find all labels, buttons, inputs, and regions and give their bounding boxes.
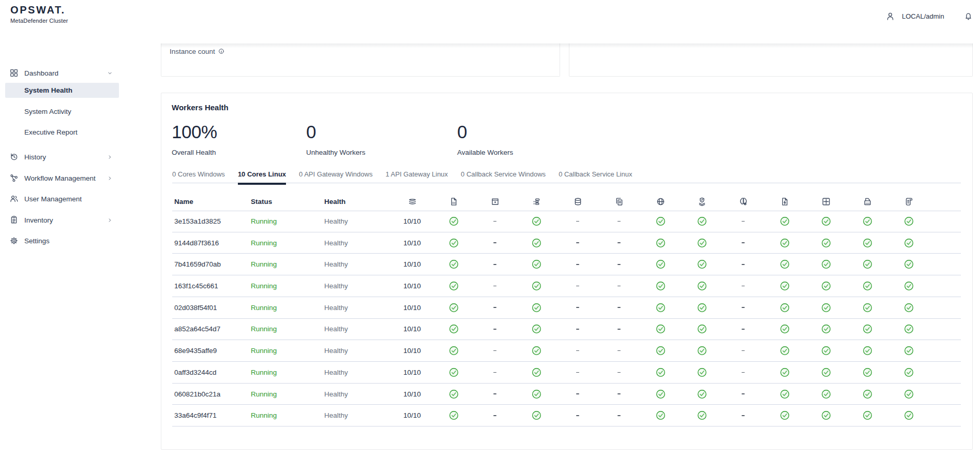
check-circle-icon xyxy=(532,410,541,420)
check-circle-icon xyxy=(697,324,707,334)
sidebar-item-history[interactable]: History xyxy=(0,150,132,164)
check-circle-icon xyxy=(821,410,831,420)
sidebar-item-inventory[interactable]: Inventory xyxy=(0,213,132,227)
cell-service-file-grid xyxy=(489,211,501,232)
dash-icon xyxy=(493,393,496,394)
check-circle-icon xyxy=(780,389,790,399)
tab-1-api-gateway-linux[interactable]: 1 API Gateway Linux xyxy=(385,170,448,183)
sidebar-item-user-management[interactable]: User Management xyxy=(0,192,132,205)
dash-icon xyxy=(576,329,579,330)
column-header-file-zap xyxy=(780,197,790,207)
cell-service-file-zap xyxy=(820,211,832,232)
table-row[interactable]: 060821b0c21aRunningHealthy10/10 xyxy=(172,384,961,405)
history-icon xyxy=(9,152,19,161)
cell-service-copy-pages xyxy=(654,319,667,340)
check-circle-icon xyxy=(697,216,707,226)
sidebar-item-workflow-management[interactable]: Workflow Management xyxy=(0,171,132,185)
cell-service-globe xyxy=(696,254,708,275)
dash-icon xyxy=(493,307,496,308)
sidebar-item-settings[interactable]: Settings xyxy=(0,234,132,247)
table-row[interactable]: 9144d87f3616RunningHealthy10/10 xyxy=(172,232,961,254)
cell-service-focus-box xyxy=(861,340,873,361)
cell-service-file-grid xyxy=(489,232,501,254)
logo-product-name: MetaDefender Cluster xyxy=(10,18,68,24)
sidebar-item-label: Workflow Management xyxy=(24,174,96,182)
cell-service-file-grid xyxy=(489,297,501,318)
cell-service-file-grid xyxy=(489,340,501,361)
cell-service-archive-box xyxy=(530,319,542,340)
cell-service-node-list xyxy=(571,297,584,318)
table-row[interactable]: 0aff3d3244cdRunningHealthy10/10 xyxy=(172,362,961,384)
cell-service-node-list xyxy=(571,211,584,232)
stat-overall-health: 100% Overall Health xyxy=(172,123,217,141)
table-row[interactable]: 3e153a1d3825RunningHealthy10/10 xyxy=(172,211,961,232)
check-circle-icon xyxy=(821,324,831,334)
column-header-focus-box xyxy=(821,197,831,207)
sidebar-item-system-health[interactable]: System Health xyxy=(5,83,119,98)
check-circle-icon xyxy=(780,216,790,226)
sidebar-item-executive-report[interactable]: Executive Report xyxy=(0,125,132,139)
cell-service-database xyxy=(613,275,625,297)
worker-type-tabs: 0 Cores Windows10 Cores Linux0 API Gatew… xyxy=(172,170,961,183)
tab-0-callback-service-windows[interactable]: 0 Callback Service Windows xyxy=(461,170,546,183)
cell-service-scanner xyxy=(902,384,915,405)
check-circle-icon xyxy=(532,216,541,226)
check-circle-icon xyxy=(449,346,459,356)
column-header-brain xyxy=(738,197,748,207)
check-circle-icon xyxy=(863,281,872,291)
dash-icon xyxy=(576,264,579,265)
notifications-button[interactable] xyxy=(963,11,973,21)
table-row[interactable]: 68e9435affe9RunningHealthy10/10 xyxy=(172,340,961,362)
cell-service-shield-layers xyxy=(737,254,749,275)
cell-service-layers xyxy=(447,254,460,275)
bell-icon xyxy=(963,11,973,21)
cell-service-copy-pages xyxy=(654,405,667,426)
archive-box-icon xyxy=(490,197,500,207)
tab-0-callback-service-linux[interactable]: 0 Callback Service Linux xyxy=(559,170,632,183)
cell-health: Healthy xyxy=(324,362,348,383)
cell-service-file-zap xyxy=(820,405,832,426)
cell-service-globe xyxy=(696,211,708,232)
cell-service-layers xyxy=(447,297,460,318)
check-circle-icon xyxy=(904,259,914,269)
cell-service-node-list xyxy=(571,254,584,275)
table-row[interactable]: 33a64c9f4f71RunningHealthy10/10 xyxy=(172,405,961,426)
chevron-right-icon xyxy=(107,217,113,224)
info-icon[interactable] xyxy=(218,48,225,55)
tab-0-api-gateway-windows[interactable]: 0 API Gateway Windows xyxy=(299,170,372,183)
cell-service-archive-box xyxy=(530,384,542,405)
table-row[interactable]: a852a64c54d7RunningHealthy10/10 xyxy=(172,319,961,341)
check-circle-icon xyxy=(656,238,666,248)
cell-service-focus-box xyxy=(861,232,873,254)
check-circle-icon xyxy=(532,389,541,399)
check-circle-icon xyxy=(904,238,914,248)
file-zap-icon xyxy=(780,197,790,207)
user-menu[interactable]: LOCAL/admin xyxy=(885,11,944,21)
sidebar-item-system-activity[interactable]: System Activity xyxy=(0,105,132,118)
dash-icon xyxy=(493,350,496,351)
cell-health: Healthy xyxy=(324,340,348,361)
dash-icon xyxy=(576,286,579,287)
cell-status: Running xyxy=(251,232,277,254)
check-circle-icon xyxy=(697,410,707,420)
sidebar-item-dashboard[interactable]: Dashboard xyxy=(0,66,132,80)
cell-service-file-grid xyxy=(489,319,501,340)
stat-available-workers: 0 Available Workers xyxy=(457,123,467,141)
tab-0-cores-windows[interactable]: 0 Cores Windows xyxy=(172,170,225,183)
table-row[interactable]: 7b41659d70abRunningHealthy10/10 xyxy=(172,254,961,275)
grid-icon xyxy=(9,68,19,78)
check-circle-icon xyxy=(863,259,872,269)
cell-name: 68e9435affe9 xyxy=(174,340,217,361)
tab-10-cores-linux[interactable]: 10 Cores Linux xyxy=(238,170,286,183)
cell-status: Running xyxy=(251,384,277,405)
cell-service-shield-layers xyxy=(737,211,749,232)
cell-service-node-list xyxy=(571,405,584,426)
column-header-globe xyxy=(656,197,666,207)
dash-icon xyxy=(617,242,621,243)
table-row[interactable]: 02d038f54f01RunningHealthy10/10 xyxy=(172,297,961,319)
cell-health: Healthy xyxy=(324,232,348,254)
cell-service-globe xyxy=(696,405,708,426)
table-row[interactable]: 163f1c45c661RunningHealthy10/10 xyxy=(172,275,961,297)
cell-engines: 10/10 xyxy=(396,405,429,426)
info-icon xyxy=(218,48,225,55)
